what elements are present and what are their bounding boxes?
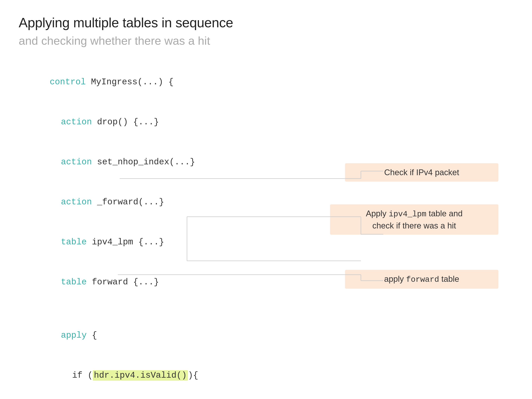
code-line-0: control MyIngress(...) { bbox=[19, 62, 505, 102]
keyword-action3: action bbox=[61, 197, 92, 207]
code-text: MyIngress(...) { bbox=[86, 77, 174, 87]
highlight-isvalid: hdr.ipv4.isValid() bbox=[93, 370, 188, 381]
code-line-blank bbox=[19, 302, 505, 315]
main-content: control MyIngress(...) { action drop() {… bbox=[19, 62, 513, 399]
page-subtitle: and checking whether there was a hit bbox=[19, 34, 513, 47]
keyword-control: control bbox=[50, 77, 86, 87]
keyword-action2: action bbox=[61, 157, 92, 167]
code-text: ipv4_lpm {...} bbox=[87, 237, 164, 247]
code-line-1: action drop() {...} bbox=[19, 102, 505, 142]
code-text: forward {...} bbox=[87, 277, 159, 287]
code-text: if ( bbox=[72, 371, 93, 380]
code-text: drop() {...} bbox=[92, 117, 159, 127]
annotation-lpm-line2: check if there was a hit bbox=[372, 221, 456, 230]
keyword-table1: table bbox=[61, 237, 87, 247]
keyword-table2: table bbox=[61, 277, 87, 287]
annotation-forward-text: apply forward table bbox=[384, 274, 459, 284]
annotation-forward: apply forward table bbox=[345, 270, 498, 289]
code-text: ){ bbox=[188, 371, 198, 380]
code-line-if2: if (ipv4_lpm.apply().hit) { bbox=[19, 395, 505, 399]
keyword-apply: apply bbox=[61, 330, 87, 340]
code-text: _forward(...} bbox=[92, 197, 164, 207]
code-line-if1: if (hdr.ipv4.isValid()){ bbox=[19, 356, 505, 396]
annotation-lpm-hit: Apply ipv4_lpm table and check if there … bbox=[330, 204, 498, 235]
code-text: set_nhop_index(...} bbox=[92, 157, 195, 167]
annotation-ipv4-check: Check if IPv4 packet bbox=[345, 163, 498, 182]
page-title: Applying multiple tables in sequence bbox=[19, 15, 513, 30]
code-line-apply: apply { bbox=[19, 316, 505, 356]
annotation-ipv4-text: Check if IPv4 packet bbox=[384, 168, 459, 177]
code-text: { bbox=[87, 330, 97, 340]
annotation-lpm-line1: Apply ipv4_lpm table and bbox=[366, 209, 462, 218]
keyword-action1: action bbox=[61, 117, 92, 127]
